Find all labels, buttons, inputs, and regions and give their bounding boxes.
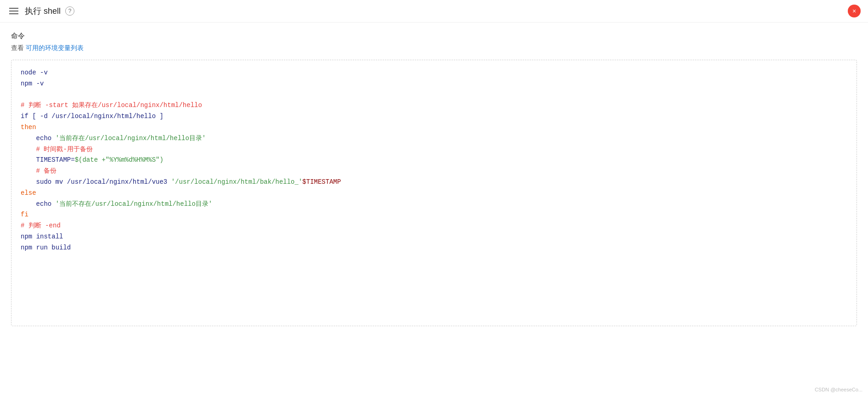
page-title: 执行 shell <box>25 6 61 17</box>
code-line-2: npm -v <box>21 79 847 90</box>
env-link-row: 查看 可用的环境变量列表 <box>11 44 857 52</box>
header: 执行 shell ? × <box>0 0 868 23</box>
code-blank-1 <box>21 90 847 101</box>
code-line-fi: fi <box>21 209 847 221</box>
code-line-timestamp: TIMESTAMP=$(date +"%Y%m%d%H%M%S") <box>21 155 847 166</box>
main-content: 命令 查看 可用的环境变量列表 node -v npm -v # 判断 -sta… <box>0 23 868 335</box>
section-label: 命令 <box>11 32 857 40</box>
code-line-npm-install: npm install <box>21 232 847 243</box>
code-line-else: else <box>21 188 847 199</box>
code-line-npm-build: npm run build <box>21 243 847 254</box>
code-line-comment-2: # 时间戳-用于备份 <box>21 144 847 155</box>
hamburger-menu-icon[interactable] <box>7 6 20 16</box>
header-left: 执行 shell ? <box>7 6 74 17</box>
close-icon: × <box>852 7 856 15</box>
code-editor[interactable]: node -v npm -v # 判断 -start 如果存在/usr/loca… <box>11 60 857 326</box>
env-variables-link[interactable]: 可用的环境变量列表 <box>26 44 84 51</box>
code-line-if: if [ -d /usr/local/nginx/html/hello ] <box>21 111 847 122</box>
code-line-1: node -v <box>21 68 847 79</box>
code-line-then: then <box>21 122 847 133</box>
code-line-comment-3: # 备份 <box>21 166 847 177</box>
close-button[interactable]: × <box>848 5 861 17</box>
code-line-sudo: sudo mv /usr/local/nginx/html/vue3 '/usr… <box>21 177 847 188</box>
code-line-echo-2: echo '当前不存在/usr/local/nginx/html/hello目录… <box>21 199 847 210</box>
code-line-echo-1: echo '当前存在/usr/local/nginx/html/hello目录' <box>21 133 847 144</box>
env-link-prefix: 查看 <box>11 44 26 51</box>
code-line-comment-1: # 判断 -start 如果存在/usr/local/nginx/html/he… <box>21 100 847 111</box>
help-icon[interactable]: ? <box>65 6 74 16</box>
watermark: CSDN @cheeseCo... <box>815 387 862 392</box>
code-line-comment-end: # 判断 -end <box>21 221 847 232</box>
